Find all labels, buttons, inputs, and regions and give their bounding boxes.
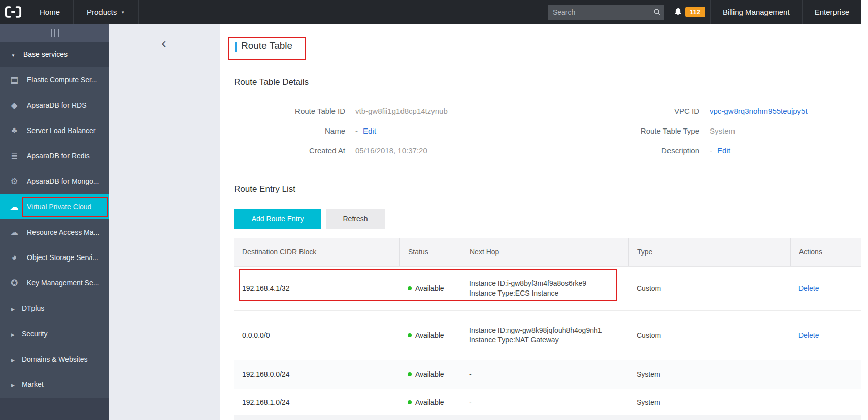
alibaba-cloud-logo[interactable] [0,0,26,24]
nav-products-dropdown[interactable]: Products [74,0,139,24]
next-hop-cell: Instance ID:i-gw8byf3m4f9a8os6rke9 Insta… [461,279,628,298]
next-hop-cell: - [461,397,628,407]
sidebar-item-label: Resource Access Ma... [27,228,99,236]
status-text: Available [415,370,444,378]
sidebar-group-domains-websites[interactable]: Domains & Websites [0,346,109,372]
notifications[interactable]: 112 [674,0,705,24]
col-status: Status [399,238,461,266]
table-footer-strip [234,415,861,420]
app-root: Home Products 112 Billing Management Ent… [0,0,868,420]
sidebar-item-resource-access-management[interactable]: ☁ Resource Access Ma... [0,219,109,245]
nav-enterprise[interactable]: Enterprise [802,0,861,24]
cidr-cell: 192.168.4.1/32 [234,284,399,293]
vpc-id-link[interactable]: vpc-gw8rq3nohm955teujpy5t [710,107,808,115]
search-input[interactable] [548,8,650,16]
search-button[interactable] [650,5,664,20]
edit-description-link[interactable]: Edit [717,146,730,155]
delete-route-entry-link[interactable]: Delete [798,331,819,339]
next-hop-empty: - [469,370,628,379]
mongodb-gear-icon: ⚙ [8,176,20,187]
field-label: Created At [220,146,355,155]
field-label: Name [220,126,355,135]
scrollbar-gutter [861,0,868,420]
sidebar-collapse-toggle[interactable] [0,24,109,42]
status-available-dot-icon [408,333,412,337]
next-hop-cell: - [461,370,628,379]
details-left-column: Route Table ID vtb-gw8fii1g1d8cp14tzynub… [220,101,544,160]
next-hop-cell: Instance ID:ngw-gw8k98jqfouh8h4og9nh1 In… [461,326,628,345]
sidebar-item-server-load-balancer[interactable]: ♣ Server Load Balancer [0,118,109,143]
nav-home[interactable]: Home [26,0,74,24]
redis-stack-icon: ≣ [8,151,20,161]
sidebar-group-security[interactable]: Security [0,321,109,346]
notification-count-badge[interactable]: 112 [685,7,705,17]
alibaba-cloud-logo-icon [5,6,22,18]
next-hop-instance-id: Instance ID:ngw-gw8k98jqfouh8h4og9nh1 [469,326,628,335]
type-cell: System [628,398,790,406]
status-text: Available [415,398,444,406]
sidebar-item-label: Key Management Se... [27,279,99,287]
field-label: Route Table Type [544,126,710,135]
col-actions: Actions [790,238,861,266]
add-route-entry-button[interactable]: Add Route Entry [234,209,321,229]
table-row: 192.168.4.1/32 Available Instance ID:i-g… [234,267,861,311]
col-next-hop: Next Hop [461,238,628,266]
topbar-search [548,5,664,20]
details-heading: Route Table Details [234,77,309,87]
sidebar-item-object-storage-service[interactable]: ◕ Object Storage Servi... [0,245,109,270]
type-cell: System [628,370,790,378]
sidebar-item-apsaradb-redis[interactable]: ≣ ApsaraDB for Redis [0,143,109,169]
sidebar-group-label: Domains & Websites [22,355,88,363]
main-content: Route Table Route Table Details Route Ta… [220,24,868,420]
sidebar-item-label: Server Load Balancer [27,126,95,135]
edit-name-link[interactable]: Edit [363,126,376,135]
field-route-table-type: Route Table Type System [544,121,861,141]
next-hop-instance-type: Instance Type:ECS Instance [469,288,628,298]
sidebar-group-market[interactable]: Market [0,372,109,397]
type-cell: Custom [628,284,790,293]
field-route-table-id: Route Table ID vtb-gw8fii1g1d8cp14tzynub [220,101,544,121]
type-cell: Custom [628,331,790,339]
sidebar: Base services ▤ Elastic Compute Ser... ◆… [0,24,109,420]
sidebar-item-elastic-compute[interactable]: ▤ Elastic Compute Ser... [0,67,109,92]
sidebar-item-key-management-service[interactable]: ✪ Key Management Se... [0,270,109,296]
refresh-button[interactable]: Refresh [326,209,385,229]
field-label: VPC ID [544,107,710,115]
page-title-row: Route Table [220,34,868,64]
sidebar-item-label: ApsaraDB for RDS [27,101,86,109]
sidebar-item-apsaradb-mongodb[interactable]: ⚙ ApsaraDB for Mongo... [0,169,109,194]
panel-collapse-chevron-left-icon[interactable] [156,35,172,51]
name-empty-value: - [355,126,358,135]
topbar-spacer [139,0,548,24]
sidebar-group-label: DTplus [22,304,44,312]
collapse-bars-icon [51,29,59,37]
sidebar-group-dtplus[interactable]: DTplus [0,296,109,321]
status-available-dot-icon [408,286,412,290]
cidr-cell: 192.168.0.0/24 [234,370,399,378]
sidebar-item-virtual-private-cloud[interactable]: ☁ Virtual Private Cloud [0,194,109,219]
chevron-right-icon [11,330,22,338]
table-header-row: Destination CIDR Block Status Next Hop T… [234,238,861,267]
next-hop-empty: - [469,397,628,407]
status-cell: Available [399,284,461,293]
status-cell: Available [399,331,461,339]
field-label: Route Table ID [220,107,355,115]
details-divider [234,94,861,94]
details-right-column: VPC ID vpc-gw8rq3nohm955teujpy5t Route T… [544,101,861,160]
base-services-label: Base services [23,50,68,58]
delete-route-entry-link[interactable]: Delete [798,284,819,293]
key-medal-icon: ✪ [8,278,20,288]
field-name: Name - Edit [220,121,544,141]
nav-billing-management[interactable]: Billing Management [710,0,802,24]
status-available-dot-icon [408,400,412,404]
status-cell: Available [399,370,461,378]
chevron-right-icon [11,380,22,389]
table-row: 192.168.0.0/24 Available - System [234,360,861,389]
col-type: Type [628,238,790,266]
chevron-right-icon [11,355,22,363]
status-available-dot-icon [408,372,412,376]
status-cell: Available [399,398,461,406]
sidebar-group-base-services[interactable]: Base services [0,42,109,67]
sidebar-item-apsaradb-rds[interactable]: ◆ ApsaraDB for RDS [0,92,109,118]
field-vpc-id: VPC ID vpc-gw8rq3nohm955teujpy5t [544,101,861,121]
